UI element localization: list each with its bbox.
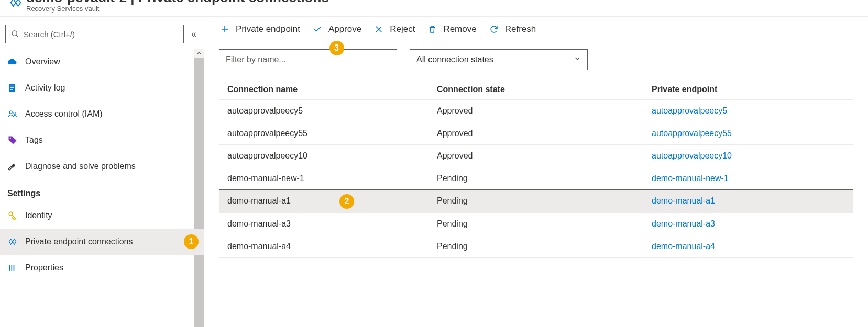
svg-rect-10 <box>9 265 10 271</box>
cell-connection-name: demo-manual-a1 <box>227 196 437 206</box>
private-endpoint-link[interactable]: demo-manual-a3 <box>652 219 715 228</box>
cloud-icon <box>7 57 18 67</box>
table-row[interactable]: autoapprovalpeecy10Approvedautoapprovalp… <box>219 144 853 167</box>
toolbar-label: Reject <box>390 24 415 35</box>
properties-icon <box>7 263 18 273</box>
svg-rect-3 <box>10 86 14 86</box>
pe-icon <box>7 236 18 247</box>
filter-name-input[interactable] <box>219 49 397 70</box>
sidebar-search[interactable] <box>5 25 184 43</box>
table-row[interactable]: demo-manual-a1Pendingdemo-manual-a12 <box>219 189 853 212</box>
private-endpoint-link[interactable]: demo-manual-a1 <box>652 196 715 205</box>
sidebar-item-label: Identity <box>25 211 52 220</box>
sidebar-item-label: Overview <box>25 57 60 66</box>
remove-button[interactable]: Remove <box>426 24 476 35</box>
cell-connection-state: Pending <box>437 174 652 183</box>
wrench-icon <box>7 161 18 172</box>
sidebar-section-settings: Settings <box>0 179 204 202</box>
refresh-icon <box>488 25 500 34</box>
sidebar-item-overview[interactable]: Overview <box>0 49 204 75</box>
svg-point-9 <box>9 212 13 216</box>
private-endpoint-link[interactable]: demo-manual-new-1 <box>652 174 729 183</box>
sidebar-item-label: Access control (IAM) <box>25 109 103 119</box>
key-icon <box>7 210 18 221</box>
sidebar-search-input[interactable] <box>24 30 178 39</box>
sidebar-item-tags[interactable]: Tags <box>0 127 204 153</box>
x-icon <box>373 25 384 34</box>
private-endpoint-link[interactable]: autoapprovalpeecy5 <box>652 106 727 115</box>
private-endpoint-link[interactable]: demo-manual-a4 <box>652 242 715 251</box>
toolbar-label: Approve <box>328 24 361 35</box>
col-header-endpoint[interactable]: Private endpoint <box>652 85 845 94</box>
sidebar-item-identity[interactable]: Identity <box>0 202 204 229</box>
plus-icon <box>219 25 230 34</box>
tag-icon <box>7 135 18 145</box>
toolbar-label: Private endpoint <box>236 24 300 35</box>
svg-rect-11 <box>12 265 13 271</box>
table-row[interactable]: demo-manual-a4Pendingdemo-manual-a4 <box>219 235 853 258</box>
toolbar-label: Remove <box>443 24 476 35</box>
col-header-name[interactable]: Connection name <box>227 85 437 94</box>
svg-line-1 <box>16 35 18 37</box>
cell-connection-name: demo-manual-a3 <box>227 219 437 229</box>
approve-button[interactable]: Approve 3 <box>312 24 361 35</box>
cell-connection-name: demo-manual-new-1 <box>227 174 437 183</box>
refresh-button[interactable]: Refresh <box>488 24 536 35</box>
sidebar-item-iam[interactable]: Access control (IAM) <box>0 101 204 127</box>
sidebar-item-label: Diagnose and solve problems <box>25 162 136 171</box>
check-icon <box>312 25 323 34</box>
chevron-down-icon <box>574 55 581 64</box>
table-row[interactable]: demo-manual-a3Pendingdemo-manual-a3 <box>219 212 853 235</box>
callout-1: 1 <box>184 234 199 249</box>
table-row[interactable]: autoapprovalpeecy5Approvedautoapprovalpe… <box>219 99 853 122</box>
sidebar-item-label: Tags <box>25 136 43 145</box>
private-endpoint-link[interactable]: autoapprovalpeecy10 <box>652 151 732 160</box>
log-icon <box>7 83 18 93</box>
cell-connection-state: Pending <box>437 242 652 251</box>
cell-connection-name: autoapprovalpeecy55 <box>227 129 437 138</box>
cell-connection-state: Approved <box>437 106 652 116</box>
svg-point-0 <box>12 31 17 36</box>
svg-rect-12 <box>14 265 15 271</box>
toolbar: Private endpoint Approve 3 Reject Remove… <box>204 17 868 49</box>
add-private-endpoint-button[interactable]: Private endpoint <box>219 24 300 35</box>
table-row[interactable]: autoapprovalpeecy55Approvedautoapprovalp… <box>219 122 853 144</box>
cell-connection-state: Approved <box>437 151 652 161</box>
private-endpoint-link[interactable]: autoapprovalpeecy55 <box>652 129 732 138</box>
table-header: Connection name Connection state Private… <box>219 80 853 99</box>
table-row[interactable]: demo-manual-new-1Pendingdemo-manual-new-… <box>219 167 853 189</box>
svg-point-8 <box>10 138 12 139</box>
svg-rect-4 <box>10 87 14 88</box>
svg-point-7 <box>14 112 16 114</box>
filter-state-select[interactable]: All connection states <box>410 49 588 70</box>
iam-icon <box>7 109 18 119</box>
cell-connection-state: Pending <box>437 219 652 229</box>
col-header-state[interactable]: Connection state <box>437 85 652 94</box>
cell-connection-state: Approved <box>437 129 652 138</box>
resource-icon <box>5 0 26 13</box>
svg-point-6 <box>9 111 12 114</box>
sidebar-item-label: Activity log <box>25 83 65 93</box>
search-icon <box>11 30 19 38</box>
sidebar-item-private-endpoint-connections[interactable]: Private endpoint connections 1 <box>0 229 204 255</box>
cell-connection-state: Pending <box>437 196 652 206</box>
reject-button[interactable]: Reject <box>373 24 415 35</box>
page-subtitle: Recovery Services vault <box>26 5 329 13</box>
cell-connection-name: autoapprovalpeecy5 <box>227 106 437 116</box>
filter-state-value: All connection states <box>416 55 493 64</box>
cell-connection-name: autoapprovalpeecy10 <box>227 151 437 161</box>
connections-table: Connection name Connection state Private… <box>204 80 868 258</box>
sidebar-item-label: Properties <box>25 263 63 273</box>
svg-rect-5 <box>10 89 13 90</box>
collapse-sidebar-button[interactable]: « <box>189 27 199 42</box>
sidebar-item-diagnose[interactable]: Diagnose and solve problems <box>0 153 204 179</box>
trash-icon <box>426 25 438 34</box>
sidebar-item-properties[interactable]: Properties <box>0 255 204 281</box>
toolbar-label: Refresh <box>505 24 536 35</box>
cell-connection-name: demo-manual-a4 <box>227 242 437 251</box>
sidebar-item-activity-log[interactable]: Activity log <box>0 75 204 101</box>
sidebar: « Overview Activity log Access control (… <box>0 17 204 327</box>
callout-3: 3 <box>329 41 344 55</box>
sidebar-item-label: Private endpoint connections <box>25 237 133 246</box>
callout-2: 2 <box>339 194 354 209</box>
